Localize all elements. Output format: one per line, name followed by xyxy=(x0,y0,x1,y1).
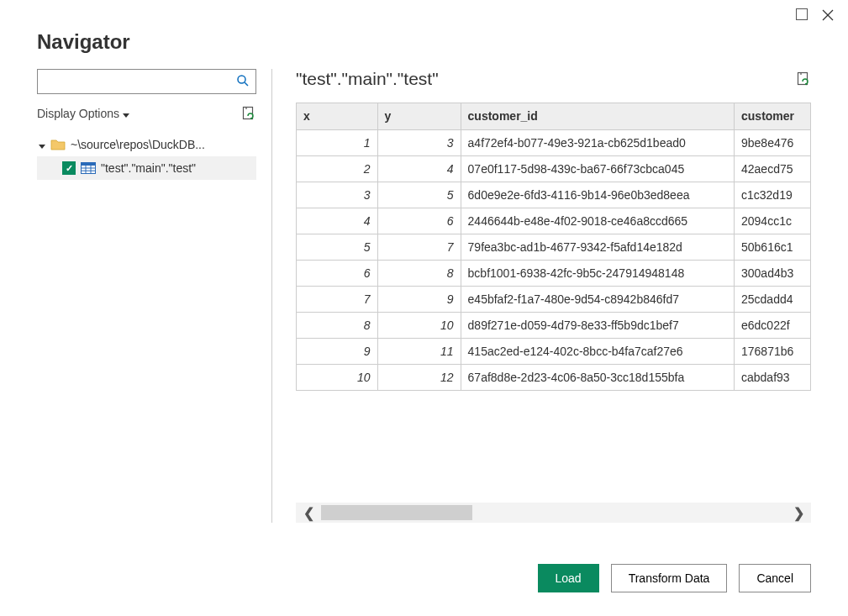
column-header[interactable]: x xyxy=(297,103,377,129)
table-cell: 25cdadd4 xyxy=(735,286,811,312)
table-checkbox[interactable]: ✓ xyxy=(62,161,76,175)
maximize-button[interactable] xyxy=(796,8,808,20)
table-cell: 4 xyxy=(377,155,461,182)
table-cell: 10 xyxy=(297,364,377,390)
navigator-sidebar: Display Options ~\source\repos\DuckDB...… xyxy=(37,69,272,523)
table-cell: e6dc022f xyxy=(735,312,811,338)
table-cell: 300ad4b3 xyxy=(735,260,811,286)
transform-data-button[interactable]: Transform Data xyxy=(611,564,728,592)
table-cell: 3 xyxy=(297,182,377,208)
folder-icon xyxy=(50,139,66,150)
table-cell: 79fea3bc-ad1b-4677-9342-f5afd14e182d xyxy=(461,234,734,260)
table-cell: a4f72ef4-b077-49e3-921a-cb625d1bead0 xyxy=(461,129,734,155)
scroll-thumb[interactable] xyxy=(321,505,472,520)
table-cell: 9 xyxy=(377,286,461,312)
table-cell: 6d0e9e2e-6fd3-4116-9b14-96e0b3ed8eea xyxy=(461,182,734,208)
table-cell: bcbf1001-6938-42fc-9b5c-247914948148 xyxy=(461,260,734,286)
load-button[interactable]: Load xyxy=(538,564,599,592)
preview-table: xycustomer_idcustomer 13a4f72ef4-b077-49… xyxy=(297,103,811,391)
close-button[interactable] xyxy=(821,8,835,22)
expand-icon xyxy=(39,138,45,151)
table-row[interactable]: 2407e0f117-5d98-439c-ba67-66f73cbca04542… xyxy=(297,155,811,182)
display-options-label: Display Options xyxy=(37,107,119,120)
table-row[interactable]: 911415ac2ed-e124-402c-8bcc-b4fa7caf27e61… xyxy=(297,338,811,364)
table-row[interactable]: 68bcbf1001-6938-42fc-9b5c-24791494814830… xyxy=(297,260,811,286)
table-cell: 415ac2ed-e124-402c-8bcc-b4fa7caf27e6 xyxy=(461,338,734,364)
scroll-right-arrow[interactable]: ❯ xyxy=(786,505,811,521)
svg-point-2 xyxy=(238,76,245,83)
table-cell: 2094cc1c xyxy=(735,208,811,234)
table-cell: 7 xyxy=(297,286,377,312)
column-header[interactable]: y xyxy=(377,103,461,129)
search-icon[interactable] xyxy=(236,74,250,90)
table-row[interactable]: 101267af8d8e-2d23-4c06-8a50-3cc18d155bfa… xyxy=(297,364,811,390)
search-input-wrap xyxy=(37,69,256,94)
table-cell: e45bfaf2-f1a7-480e-9d54-c8942b846fd7 xyxy=(461,286,734,312)
table-cell: 8 xyxy=(297,312,377,338)
table-cell: 7 xyxy=(377,234,461,260)
table-cell: 50b616c1 xyxy=(735,234,811,260)
table-cell: 176871b6 xyxy=(735,338,811,364)
table-cell: 10 xyxy=(377,312,461,338)
table-cell: 8 xyxy=(377,260,461,286)
table-cell: c1c32d19 xyxy=(735,182,811,208)
table-row[interactable]: 810d89f271e-d059-4d79-8e33-ff5b9dc1bef7e… xyxy=(297,312,811,338)
preview-title: "test"."main"."test" xyxy=(296,69,439,89)
table-row[interactable]: 13a4f72ef4-b077-49e3-921a-cb625d1bead09b… xyxy=(297,129,811,155)
table-cell: 9 xyxy=(297,338,377,364)
table-cell: d89f271e-d059-4d79-8e33-ff5b9dc1bef7 xyxy=(461,312,734,338)
horizontal-scrollbar[interactable]: ❮ ❯ xyxy=(296,503,811,523)
tree-root-label: ~\source\repos\DuckDB... xyxy=(71,138,205,151)
table-cell: 2 xyxy=(297,155,377,182)
chevron-down-icon xyxy=(123,107,129,120)
preview-panel: "test"."main"."test" xycustomer_idcustom… xyxy=(272,69,811,523)
column-header[interactable]: customer xyxy=(735,103,811,129)
preview-refresh-icon[interactable] xyxy=(796,71,811,87)
table-cell: 67af8d8e-2d23-4c06-8a50-3cc18d155bfa xyxy=(461,364,734,390)
table-cell: cabdaf93 xyxy=(735,364,811,390)
table-cell: 1 xyxy=(297,129,377,155)
scroll-track[interactable] xyxy=(321,505,786,520)
page-title: Navigator xyxy=(37,30,811,54)
table-cell: 5 xyxy=(297,234,377,260)
table-cell: 5 xyxy=(377,182,461,208)
table-row[interactable]: 356d0e9e2e-6fd3-4116-9b14-96e0b3ed8eeac1… xyxy=(297,182,811,208)
search-input[interactable] xyxy=(37,69,256,94)
table-cell: 12 xyxy=(377,364,461,390)
table-cell: 4 xyxy=(297,208,377,234)
table-cell: 9be8e476 xyxy=(735,129,811,155)
tree-root-node[interactable]: ~\source\repos\DuckDB... xyxy=(37,133,256,156)
table-cell: 6 xyxy=(297,260,377,286)
tree-table-label: "test"."main"."test" xyxy=(101,161,196,175)
table-cell: 07e0f117-5d98-439c-ba67-66f73cbca045 xyxy=(461,155,734,182)
table-row[interactable]: 5779fea3bc-ad1b-4677-9342-f5afd14e182d50… xyxy=(297,234,811,260)
preview-table-wrap: xycustomer_idcustomer 13a4f72ef4-b077-49… xyxy=(296,103,811,391)
table-row[interactable]: 462446644b-e48e-4f02-9018-ce46a8ccd66520… xyxy=(297,208,811,234)
table-cell: 6 xyxy=(377,208,461,234)
table-cell: 11 xyxy=(377,338,461,364)
svg-line-3 xyxy=(245,82,248,86)
cancel-button[interactable]: Cancel xyxy=(739,564,811,592)
table-row[interactable]: 79e45bfaf2-f1a7-480e-9d54-c8942b846fd725… xyxy=(297,286,811,312)
refresh-icon[interactable] xyxy=(241,106,256,121)
scroll-left-arrow[interactable]: ❮ xyxy=(296,505,321,521)
column-header[interactable]: customer_id xyxy=(461,103,734,129)
table-cell: 2446644b-e48e-4f02-9018-ce46a8ccd665 xyxy=(461,208,734,234)
table-icon xyxy=(81,162,96,174)
table-cell: 3 xyxy=(377,129,461,155)
table-cell: 42aecd75 xyxy=(735,155,811,182)
svg-rect-6 xyxy=(82,163,96,166)
tree-table-node[interactable]: ✓ "test"."main"."test" xyxy=(37,156,256,180)
display-options-dropdown[interactable]: Display Options xyxy=(37,107,129,120)
